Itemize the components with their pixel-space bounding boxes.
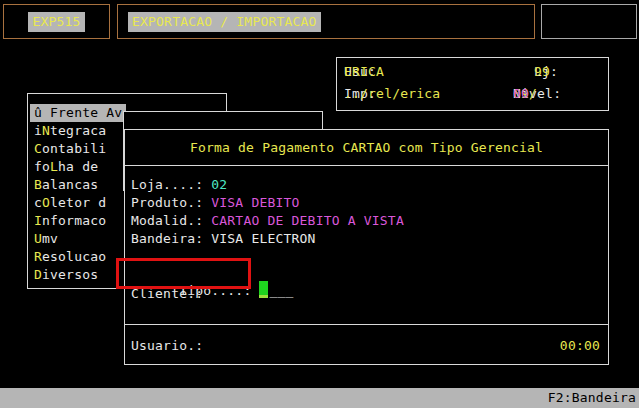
- field-bandeira: Bandeira: VISA ELECTRON: [131, 230, 316, 248]
- terminal-screen: EXP515 EXPORTACAO / IMPORTACAO Usu: ERIC…: [0, 0, 639, 408]
- payment-type-dialog: Forma de Pagamento CARTAO com Tipo Geren…: [124, 129, 609, 365]
- menu-item-resolucao[interactable]: Resolucao: [30, 248, 126, 266]
- top-right-empty-box: [541, 4, 637, 39]
- module-title-box: EXPORTACAO / IMPORTACAO: [117, 4, 535, 39]
- status-bar: F2:Bandeira: [0, 388, 639, 408]
- main-menu-list: û Frente Av iNtegraca Contabili foLha de…: [30, 104, 126, 284]
- menu-item-diversos[interactable]: Diversos: [30, 266, 126, 284]
- menu-item-folha-de[interactable]: foLha de: [30, 158, 126, 176]
- field-usuario: Usuario.:: [131, 337, 203, 355]
- tipo-input[interactable]: ___: [259, 283, 293, 298]
- program-code-box: EXP515: [3, 4, 110, 39]
- dialog-divider-bottom: [125, 324, 608, 325]
- clock-display: 00:00: [560, 337, 600, 355]
- program-code: EXP515: [28, 12, 84, 32]
- menu-item-integraca[interactable]: iNtegraca: [30, 122, 126, 140]
- menu-item-balancas[interactable]: Balancas: [30, 176, 126, 194]
- tipo-input-placeholder: ___: [269, 283, 293, 298]
- menu-item-frente-av[interactable]: û Frente Av: [30, 104, 126, 122]
- field-modalid: Modalid.: CARTAO DE DEBITO A VISTA: [131, 212, 404, 230]
- dialog-title: Forma de Pagamento CARTAO com Tipo Geren…: [125, 139, 608, 157]
- menu-item-contabili[interactable]: Contabili: [30, 140, 126, 158]
- text-cursor: [259, 281, 268, 298]
- menu-item-coletor-d[interactable]: cOletor d: [30, 194, 126, 212]
- menu-item-informaco[interactable]: Informaco: [30, 212, 126, 230]
- menu-item-umv[interactable]: Umv: [30, 230, 126, 248]
- highlight-annotation-rect: [116, 258, 251, 289]
- field-loja: Loja....: 02: [131, 176, 227, 194]
- f2-key-hint: F2:Bandeira: [548, 390, 636, 405]
- field-produto: Produto.: VISA DEBITO: [131, 194, 300, 212]
- module-title: EXPORTACAO / IMPORTACAO: [128, 12, 321, 32]
- dialog-divider-top: [125, 165, 608, 166]
- session-info-box: Usu: ERICA Lj: 99 Imp: ../rel/erica Nive…: [336, 57, 609, 111]
